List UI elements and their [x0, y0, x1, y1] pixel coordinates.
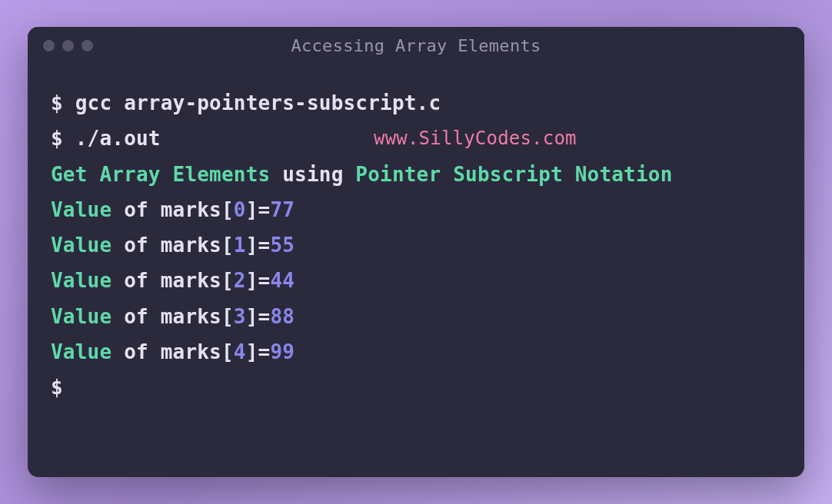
- prompt: $: [51, 376, 63, 399]
- maximize-icon[interactable]: [82, 40, 93, 51]
- output-line: Value of marks[4]=99: [51, 334, 781, 370]
- output-line: Value of marks[3]=88: [51, 299, 781, 334]
- window-controls: [43, 40, 93, 51]
- output-line: Value of marks[1]=55: [51, 227, 781, 263]
- output-text: Value: [51, 198, 111, 221]
- output-text: ]=: [246, 340, 271, 363]
- output-text: Pointer Subscript Notation: [355, 163, 672, 186]
- terminal-line: $ gcc array-pointers-subscript.c: [51, 85, 781, 121]
- output-text: of: [111, 340, 160, 363]
- output-text: ]=: [246, 198, 271, 221]
- output-text: Value: [51, 305, 111, 328]
- output-text: Value: [51, 340, 111, 363]
- output-text: Value: [51, 234, 111, 257]
- output-text: marks[: [161, 340, 234, 363]
- command-text: [63, 127, 75, 150]
- command-text: ./a.out: [75, 127, 161, 150]
- output-text: 99: [270, 340, 295, 363]
- output-text: Array Elements: [88, 163, 283, 186]
- output-text: ]=: [246, 305, 271, 328]
- output-text: marks[: [161, 198, 234, 221]
- terminal-window: Accessing Array Elements $ gcc array-poi…: [28, 27, 804, 477]
- watermark: www.SillyCodes.com: [374, 122, 577, 155]
- output-text: ]=: [246, 234, 271, 257]
- close-icon[interactable]: [43, 40, 55, 51]
- output-text: Get: [51, 163, 88, 186]
- output-text: 44: [270, 269, 295, 292]
- output-text: using: [282, 163, 355, 186]
- output-text: Value: [51, 269, 111, 292]
- output-header: Get Array Elements using Pointer Subscri…: [51, 157, 781, 192]
- command-text: gcc array-pointers-subscript.c: [75, 91, 441, 114]
- output-text: 4: [234, 340, 246, 363]
- terminal-line: $: [51, 370, 781, 405]
- output-text: of: [111, 269, 160, 292]
- prompt: $: [51, 91, 63, 114]
- output-line: Value of marks[0]=77: [51, 192, 781, 227]
- output-text: 88: [270, 305, 295, 328]
- window-title: Accessing Array Elements: [291, 36, 541, 55]
- output-text: 2: [234, 269, 246, 292]
- output-text: marks[: [161, 305, 234, 328]
- output-text: of: [111, 198, 160, 221]
- terminal-line: $ ./a.outwww.SillyCodes.com: [51, 121, 781, 156]
- output-line: Value of marks[2]=44: [51, 263, 781, 298]
- output-text: 3: [234, 305, 246, 328]
- output-text: 0: [234, 198, 246, 221]
- title-bar: Accessing Array Elements: [28, 27, 804, 64]
- output-text: of: [111, 305, 160, 328]
- output-text: ]=: [246, 269, 271, 292]
- command-text: [63, 91, 75, 114]
- output-text: 1: [234, 234, 246, 257]
- output-text: 55: [270, 234, 295, 257]
- minimize-icon[interactable]: [62, 40, 74, 51]
- output-text: marks[: [161, 269, 234, 292]
- output-text: marks[: [161, 234, 234, 257]
- prompt: $: [51, 127, 63, 150]
- terminal-body[interactable]: $ gcc array-pointers-subscript.c $ ./a.o…: [28, 64, 804, 426]
- output-text: 77: [270, 198, 295, 221]
- output-text: of: [111, 234, 160, 257]
